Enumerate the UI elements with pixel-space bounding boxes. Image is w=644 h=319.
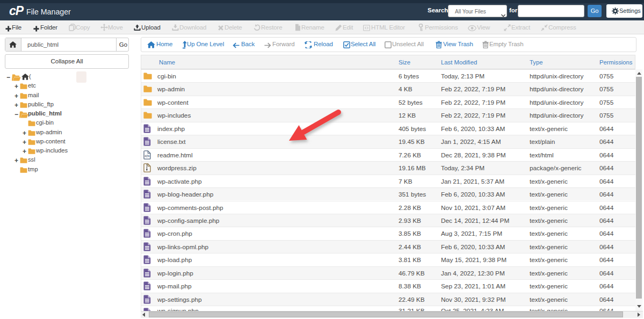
svg-text:</>: </>: [144, 154, 150, 157]
